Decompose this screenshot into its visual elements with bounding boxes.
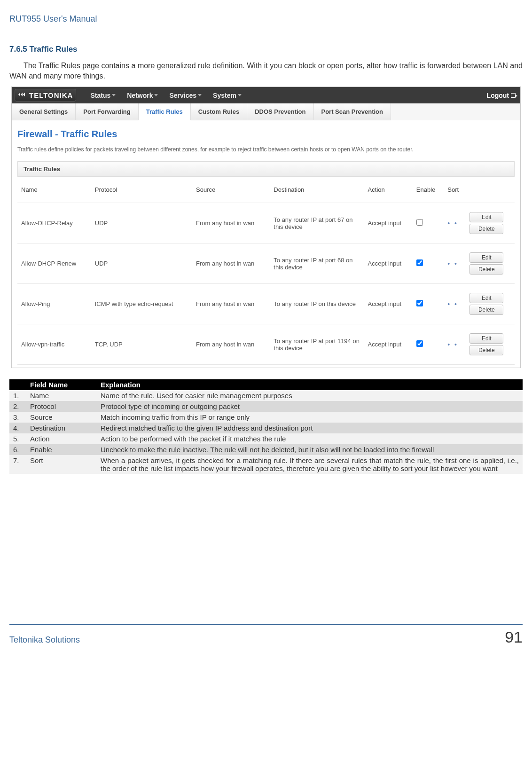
brand-logo-label[interactable]: TELTONIKA (15, 89, 76, 102)
screenshot-panel: TELTONIKA Status Network Services System… (11, 86, 521, 368)
field-table-head-blank (9, 379, 26, 390)
edit-button[interactable]: Edit (469, 252, 503, 263)
field-exp: When a packet arrives, it gets checked f… (97, 455, 523, 474)
topnav-status[interactable]: Status (90, 92, 116, 99)
rule-destination: To any router IP at port 67 on this devi… (270, 203, 364, 243)
rule-destination: To any router IP at port 1194 on this de… (270, 324, 364, 365)
doc-header: RUT955 User's Manual (9, 14, 523, 26)
rule-enable-cell (413, 284, 444, 324)
rule-destination: To any router IP at port 68 on this devi… (270, 243, 364, 284)
rule-action: Accept input (364, 203, 413, 243)
rule-enable-cell (413, 243, 444, 284)
field-row: 7.SortWhen a packet arrives, it gets che… (9, 455, 523, 474)
rule-name: Allow-vpn-traffic (17, 324, 91, 365)
topnav-services-label: Services (169, 92, 196, 99)
chevron-down-icon (154, 94, 158, 96)
rule-protocol: ICMP with type echo-request (91, 284, 192, 324)
table-row: Allow-DHCP-RenewUDPFrom any host in wanT… (17, 243, 515, 284)
delete-button[interactable]: Delete (469, 224, 503, 234)
field-exp: Match incoming traffic from this IP or r… (97, 412, 523, 423)
field-name: Sort (26, 455, 97, 474)
sort-handle-icon[interactable]: • • (447, 220, 458, 227)
chevron-down-icon (238, 94, 242, 96)
top-nav: Status Network Services System (90, 92, 241, 99)
rule-protocol: TCP, UDP (91, 324, 192, 365)
field-name: Destination (26, 423, 97, 433)
col-destination: Destination (270, 177, 364, 203)
top-bar: TELTONIKA Status Network Services System… (12, 87, 520, 103)
rule-name: Allow-DHCP-Relay (17, 203, 91, 243)
col-source: Source (192, 177, 270, 203)
topnav-network[interactable]: Network (127, 92, 158, 99)
sort-handle-icon[interactable]: • • (447, 300, 458, 308)
col-name: Name (17, 177, 91, 203)
rule-source: From any host in wan (192, 203, 270, 243)
field-name: Action (26, 433, 97, 444)
panel-title: Firewall - Traffic Rules (17, 129, 515, 140)
field-num: 4. (9, 423, 26, 433)
logout-icon (511, 93, 516, 98)
field-num: 3. (9, 412, 26, 423)
subnav-general-settings[interactable]: General Settings (12, 103, 76, 120)
subnav-port-scan-prevention[interactable]: Port Scan Prevention (314, 103, 391, 120)
field-row: 5.ActionAction to be performed with the … (9, 433, 523, 444)
field-table-head-name: Field Name (26, 379, 97, 390)
rule-name: Allow-Ping (17, 284, 91, 324)
rule-name: Allow-DHCP-Renew (17, 243, 91, 284)
rule-protocol: UDP (91, 203, 192, 243)
field-row: 2.ProtocolProtocol type of incoming or o… (9, 401, 523, 412)
chevron-down-icon (112, 94, 116, 96)
rule-destination: To any router IP on this device (270, 284, 364, 324)
field-name: Enable (26, 444, 97, 455)
delete-button[interactable]: Delete (469, 345, 503, 355)
rule-actions-cell: EditDelete (466, 203, 515, 243)
field-name: Name (26, 390, 97, 401)
col-sort: Sort (444, 177, 466, 203)
field-exp: Protocol type of incoming or outgoing pa… (97, 401, 523, 412)
teltonika-logo-icon (18, 91, 26, 99)
delete-button[interactable]: Delete (469, 305, 503, 315)
rule-source: From any host in wan (192, 324, 270, 365)
sort-handle-icon[interactable]: • • (447, 260, 458, 267)
edit-button[interactable]: Edit (469, 333, 503, 344)
enable-checkbox[interactable] (416, 340, 423, 347)
subnav-traffic-rules[interactable]: Traffic Rules (139, 103, 191, 120)
col-action: Action (364, 177, 413, 203)
topnav-network-label: Network (127, 92, 153, 99)
sort-handle-icon[interactable]: • • (447, 341, 458, 348)
enable-checkbox[interactable] (416, 300, 423, 306)
rule-actions-cell: EditDelete (466, 324, 515, 365)
brand-text: TELTONIKA (29, 91, 73, 99)
field-row: 4.DestinationRedirect matched traffic to… (9, 423, 523, 433)
field-row: 3.SourceMatch incoming traffic from this… (9, 412, 523, 423)
table-row: Allow-vpn-trafficTCP, UDPFrom any host i… (17, 324, 515, 365)
section-title: 7.6.5 Traffic Rules (9, 45, 523, 54)
rules-table-head: Name Protocol Source Destination Action … (17, 177, 515, 203)
table-row: Allow-PingICMP with type echo-requestFro… (17, 284, 515, 324)
subnav-custom-rules[interactable]: Custom Rules (191, 103, 247, 120)
field-name: Source (26, 412, 97, 423)
field-row: 6.EnableUncheck to make the rule inactiv… (9, 444, 523, 455)
subnav-ddos-prevention[interactable]: DDOS Prevention (247, 103, 313, 120)
chevron-down-icon (198, 94, 202, 96)
rules-table: Name Protocol Source Destination Action … (17, 177, 515, 365)
section-box-header: Traffic Rules (17, 161, 515, 177)
logout-link[interactable]: Logout (487, 92, 516, 99)
subnav-port-forwarding[interactable]: Port Forwarding (76, 103, 138, 120)
topnav-services[interactable]: Services (169, 92, 202, 99)
field-exp: Redirect matched traffic to the given IP… (97, 423, 523, 433)
field-exp: Name of the rule. Used for easier rule m… (97, 390, 523, 401)
rule-sort-cell: • • (444, 284, 466, 324)
delete-button[interactable]: Delete (469, 264, 503, 275)
topnav-system[interactable]: System (213, 92, 242, 99)
rule-sort-cell: • • (444, 203, 466, 243)
field-num: 7. (9, 455, 26, 474)
enable-checkbox[interactable] (416, 259, 423, 266)
edit-button[interactable]: Edit (469, 212, 503, 222)
field-explanation-table: Field Name Explanation 1.NameName of the… (9, 379, 523, 474)
topnav-system-label: System (213, 92, 236, 99)
rule-actions-cell: EditDelete (466, 243, 515, 284)
field-exp: Action to be performed with the packet i… (97, 433, 523, 444)
enable-checkbox[interactable] (416, 219, 423, 226)
edit-button[interactable]: Edit (469, 293, 503, 303)
